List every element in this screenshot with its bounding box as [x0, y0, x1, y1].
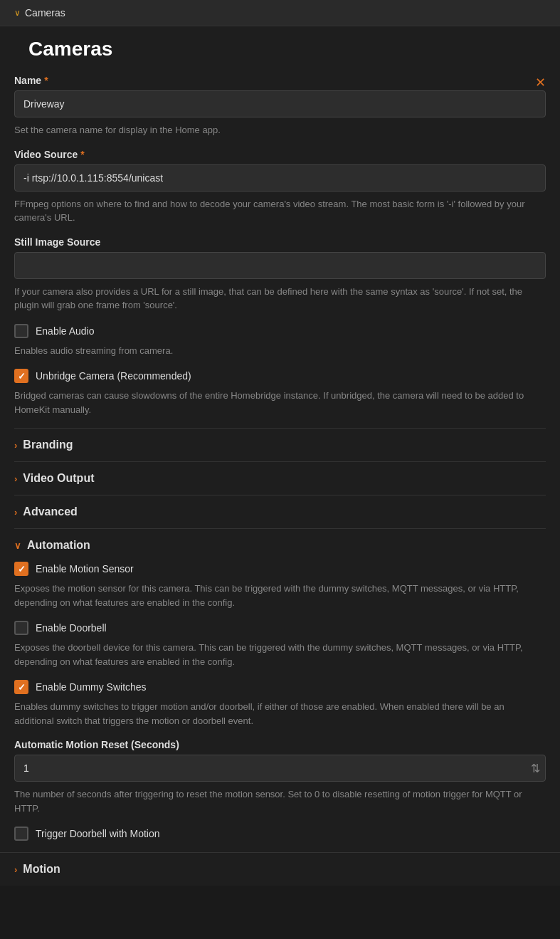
name-required-star: * — [44, 75, 48, 86]
video-source-label: Video Source * — [14, 149, 546, 160]
enable-audio-checkbox[interactable] — [14, 324, 28, 338]
advanced-title: Advanced — [23, 505, 77, 518]
automatic-motion-reset-input[interactable] — [14, 755, 546, 782]
video-output-collapsible-header[interactable]: › Video Output — [14, 461, 546, 495]
name-input[interactable] — [14, 90, 546, 117]
breadcrumb-chevron-icon: ∨ — [14, 8, 21, 18]
still-image-source-input[interactable] — [14, 252, 546, 279]
unbridge-camera-checkbox[interactable] — [14, 369, 28, 383]
advanced-collapsible-header[interactable]: › Advanced — [14, 495, 546, 528]
trigger-doorbell-with-motion-checkbox[interactable] — [14, 827, 28, 841]
video-output-chevron-icon: › — [14, 473, 17, 484]
enable-doorbell-description: Exposes the doorbell device for this cam… — [14, 641, 546, 668]
branding-collapsible-header[interactable]: › Branding — [14, 428, 546, 461]
motion-title: Motion — [23, 863, 60, 876]
motion-collapsible-header[interactable]: › Motion — [14, 863, 546, 876]
trigger-doorbell-with-motion-label: Trigger Doorbell with Motion — [36, 828, 160, 839]
name-field-group: Name * ✕ Set the camera name for display… — [14, 75, 546, 137]
automation-collapsible-header[interactable]: ∨ Automation — [14, 528, 546, 562]
enable-motion-sensor-checkbox[interactable] — [14, 562, 28, 576]
enable-motion-sensor-label: Enable Motion Sensor — [36, 563, 134, 575]
name-label: Name * — [14, 75, 48, 86]
enable-dummy-switches-checkbox[interactable] — [14, 680, 28, 694]
video-source-description: FFmpeg options on where to find and how … — [14, 197, 546, 225]
page-title: Cameras — [14, 26, 546, 75]
enable-doorbell-group: Enable Doorbell Exposes the doorbell dev… — [14, 621, 546, 668]
breadcrumb[interactable]: ∨ Cameras — [0, 0, 560, 26]
name-field-section: Name * ✕ Set the camera name for display… — [0, 75, 560, 416]
enable-dummy-switches-label: Enable Dummy Switches — [36, 681, 147, 693]
automatic-motion-reset-group: Automatic Motion Reset (Seconds) ⇅ The n… — [14, 739, 546, 815]
video-source-field-group: Video Source * FFmpeg options on where t… — [14, 149, 546, 225]
name-description: Set the camera name for display in the H… — [14, 123, 546, 137]
enable-dummy-switches-row[interactable]: Enable Dummy Switches — [14, 680, 546, 694]
automation-title: Automation — [27, 539, 90, 552]
automatic-motion-reset-label: Automatic Motion Reset (Seconds) — [14, 739, 546, 750]
enable-motion-sensor-description: Exposes the motion sensor for this camer… — [14, 582, 546, 609]
video-output-title: Video Output — [23, 472, 94, 485]
enable-dummy-switches-group: Enable Dummy Switches Enables dummy swit… — [14, 680, 546, 728]
still-image-source-label: Still Image Source — [14, 236, 546, 248]
page-title-section: Cameras — [0, 26, 560, 75]
spinner-icon[interactable]: ⇅ — [531, 762, 540, 775]
still-image-source-description: If your camera also provides a URL for a… — [14, 285, 546, 313]
enable-audio-group: Enable Audio Enables audio streaming fro… — [14, 324, 546, 358]
branding-section: › Branding — [0, 428, 560, 461]
page-container: ∨ Cameras Cameras Name * ✕ Set the camer… — [0, 0, 560, 886]
video-source-required-star: * — [80, 149, 84, 160]
enable-doorbell-row[interactable]: Enable Doorbell — [14, 621, 546, 635]
unbridge-camera-group: Unbridge Camera (Recommended) Bridged ca… — [14, 369, 546, 416]
advanced-section: › Advanced — [0, 495, 560, 528]
breadcrumb-label: Cameras — [25, 7, 65, 19]
video-output-section: › Video Output — [0, 461, 560, 495]
enable-audio-description: Enables audio streaming from camera. — [14, 344, 546, 358]
trigger-doorbell-with-motion-group: Trigger Doorbell with Motion — [14, 827, 546, 841]
motion-chevron-icon: › — [14, 864, 17, 875]
enable-doorbell-label: Enable Doorbell — [36, 622, 107, 634]
trigger-doorbell-with-motion-row[interactable]: Trigger Doorbell with Motion — [14, 827, 546, 841]
automation-section: ∨ Automation Enable Motion Sensor Expose… — [0, 528, 560, 841]
unbridge-camera-label: Unbridge Camera (Recommended) — [36, 370, 191, 382]
enable-doorbell-checkbox[interactable] — [14, 621, 28, 635]
enable-motion-sensor-group: Enable Motion Sensor Exposes the motion … — [14, 562, 546, 609]
advanced-chevron-icon: › — [14, 507, 17, 518]
branding-chevron-icon: › — [14, 440, 17, 451]
unbridge-camera-row[interactable]: Unbridge Camera (Recommended) — [14, 369, 546, 383]
automation-chevron-icon: ∨ — [14, 540, 21, 551]
automatic-motion-reset-description: The number of seconds after triggering t… — [14, 787, 546, 815]
bottom-motion-section: › Motion — [0, 852, 560, 886]
unbridge-camera-description: Bridged cameras can cause slowdowns of t… — [14, 389, 546, 416]
branding-title: Branding — [23, 439, 73, 451]
enable-motion-sensor-row[interactable]: Enable Motion Sensor — [14, 562, 546, 576]
enable-audio-row[interactable]: Enable Audio — [14, 324, 546, 338]
automatic-motion-reset-wrapper: ⇅ — [14, 755, 546, 782]
still-image-source-field-group: Still Image Source If your camera also p… — [14, 236, 546, 313]
video-source-input[interactable] — [14, 164, 546, 192]
enable-audio-label: Enable Audio — [36, 325, 95, 337]
enable-dummy-switches-description: Enables dummy switches to trigger motion… — [14, 700, 546, 728]
delete-icon[interactable]: ✕ — [535, 75, 546, 90]
name-field-header: Name * ✕ — [14, 75, 546, 90]
